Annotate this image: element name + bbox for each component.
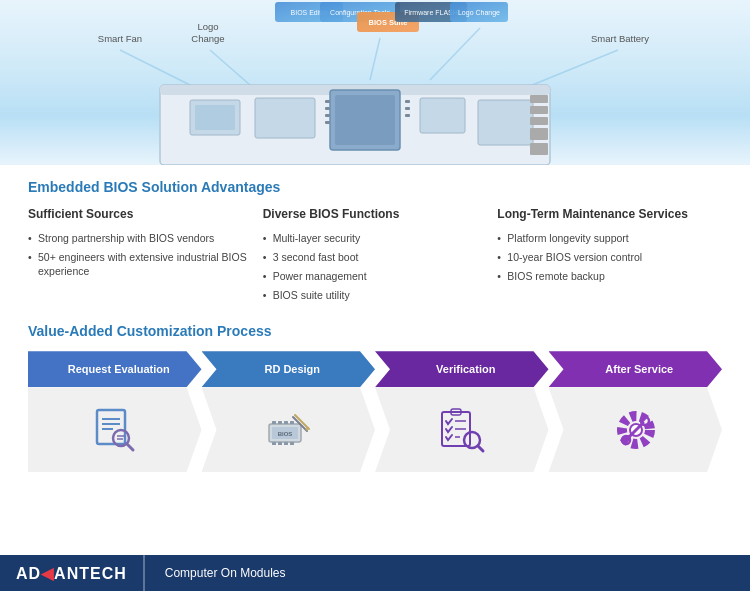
svg-line-45	[127, 444, 133, 450]
svg-rect-28	[325, 114, 330, 117]
svg-rect-56	[278, 442, 282, 445]
svg-rect-54	[290, 421, 294, 424]
svg-text:Firmware FLASH: Firmware FLASH	[404, 9, 458, 16]
step2-icon-area: BIOS	[202, 387, 376, 472]
svg-rect-35	[530, 95, 548, 103]
svg-rect-22	[195, 105, 235, 130]
step4-label: After Service	[605, 363, 673, 375]
main-content: Embedded BIOS Solution Advantages Suffic…	[0, 165, 750, 482]
svg-rect-37	[530, 117, 548, 125]
svg-text:Smart Fan: Smart Fan	[98, 33, 142, 44]
svg-rect-29	[325, 121, 330, 124]
svg-rect-26	[325, 100, 330, 103]
footer-subtitle: Computer On Modules	[145, 566, 306, 580]
list-item: BIOS suite utility	[263, 288, 488, 302]
step2-header: RD Design	[202, 351, 376, 387]
svg-line-17	[430, 28, 480, 80]
step-verification: Verification	[375, 351, 549, 472]
list-item: BIOS remote backup	[497, 269, 722, 283]
svg-rect-55	[272, 442, 276, 445]
col3-heading: Long-Term Maintenance Services	[497, 207, 722, 223]
svg-rect-30	[405, 100, 410, 103]
svg-line-16	[370, 38, 380, 80]
svg-line-18	[520, 50, 618, 90]
svg-rect-52	[278, 421, 282, 424]
svg-text:Logo: Logo	[197, 21, 218, 32]
step3-label: Verification	[436, 363, 495, 375]
svg-rect-39	[530, 143, 548, 155]
step-rd-design: RD Design BIOS	[202, 351, 376, 472]
diagram-container: BIOS Editor Configuration Tools BIOS Sui…	[0, 0, 750, 165]
step3-icon-area	[375, 387, 549, 472]
advantage-col-2: Diverse BIOS Functions Multi-layer secur…	[263, 207, 488, 307]
svg-rect-57	[284, 442, 288, 445]
svg-line-14	[120, 50, 200, 90]
step-request-evaluation: Request Evaluation	[28, 351, 202, 472]
advantages-grid: Sufficient Sources Strong partnership wi…	[28, 207, 722, 307]
checklist-search-icon	[434, 402, 489, 457]
svg-rect-33	[420, 98, 465, 133]
step1-icon-area	[28, 387, 202, 472]
svg-rect-25	[335, 95, 395, 145]
footer-logo: AD◀ANTECH	[0, 555, 144, 591]
svg-text:Smart Battery: Smart Battery	[591, 33, 649, 44]
step3-header: Verification	[375, 351, 549, 387]
svg-text:BIOS: BIOS	[277, 431, 292, 437]
step4-header: After Service	[549, 351, 723, 387]
col3-list: Platform longevity support 10-year BIOS …	[497, 231, 722, 284]
advantage-col-1: Sufficient Sources Strong partnership wi…	[28, 207, 253, 307]
svg-rect-53	[284, 421, 288, 424]
list-item: Multi-layer security	[263, 231, 488, 245]
bios-chip-icon: BIOS	[261, 402, 316, 457]
diagram-section: BIOS Editor Configuration Tools BIOS Sui…	[0, 0, 750, 165]
svg-rect-58	[290, 442, 294, 445]
col1-heading: Sufficient Sources	[28, 207, 253, 223]
step4-icon-area	[549, 387, 723, 472]
svg-point-73	[641, 417, 649, 425]
step1-header: Request Evaluation	[28, 351, 202, 387]
wrench-gear-icon	[608, 402, 663, 457]
advantage-col-3: Long-Term Maintenance Services Platform …	[497, 207, 722, 307]
svg-line-15	[210, 50, 250, 85]
svg-rect-31	[405, 107, 410, 110]
section1-title: Embedded BIOS Solution Advantages	[28, 179, 722, 195]
col1-list: Strong partnership with BIOS vendors 50+…	[28, 231, 253, 279]
svg-rect-34	[478, 100, 533, 145]
search-document-icon	[87, 402, 142, 457]
list-item: Platform longevity support	[497, 231, 722, 245]
col2-heading: Diverse BIOS Functions	[263, 207, 488, 223]
list-item: Strong partnership with BIOS vendors	[28, 231, 253, 245]
svg-rect-38	[530, 128, 548, 140]
section2-title: Value-Added Customization Process	[28, 323, 722, 339]
col2-list: Multi-layer security 3 second fast boot …	[263, 231, 488, 303]
step1-label: Request Evaluation	[68, 363, 170, 375]
step-after-service: After Service	[549, 351, 723, 472]
list-item: 50+ engineers with extensive industrial …	[28, 250, 253, 278]
footer-brand: AD◀ANTECH	[16, 564, 127, 583]
footer: AD◀ANTECH Computer On Modules	[0, 555, 750, 591]
svg-rect-51	[272, 421, 276, 424]
svg-line-68	[478, 446, 483, 451]
svg-rect-23	[255, 98, 315, 138]
svg-text:Logo Change: Logo Change	[458, 9, 500, 17]
svg-rect-36	[530, 106, 548, 114]
svg-rect-32	[405, 114, 410, 117]
process-steps: Request Evaluation	[28, 351, 722, 472]
svg-rect-27	[325, 107, 330, 110]
list-item: Power management	[263, 269, 488, 283]
svg-text:Change: Change	[191, 33, 224, 44]
step2-label: RD Design	[264, 363, 320, 375]
list-item: 10-year BIOS version control	[497, 250, 722, 264]
list-item: 3 second fast boot	[263, 250, 488, 264]
